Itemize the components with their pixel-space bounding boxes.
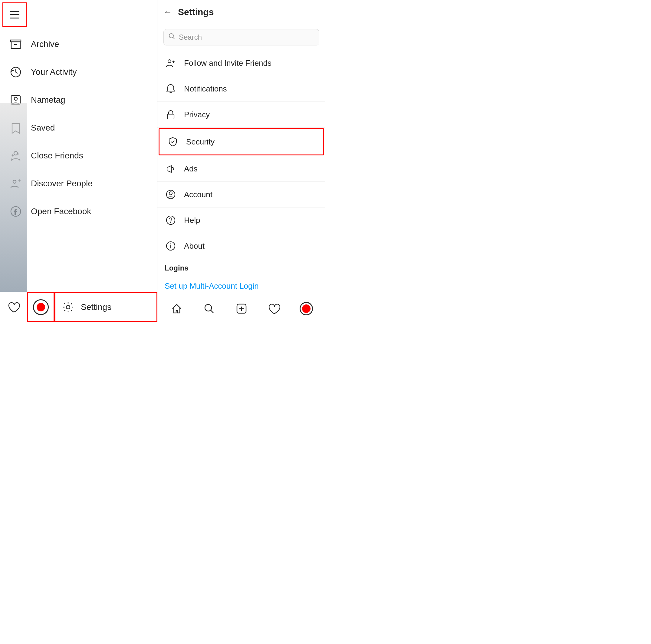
svg-point-2 [14,97,17,100]
help-icon [165,214,177,226]
record-inner [37,303,45,312]
menu-item-saved-label: Saved [31,123,55,133]
settings-item-about-label: About [184,241,205,251]
menu-item-nametag-label: Nametag [31,95,65,105]
record-button[interactable] [27,292,55,322]
menu-item-archive[interactable]: Archive [3,30,154,58]
settings-item-follow-invite[interactable]: Follow and Invite Friends [157,50,326,76]
account-icon [165,188,177,201]
background-image [0,103,27,292]
nav-activity-button[interactable] [263,298,284,319]
svg-point-15 [169,192,172,195]
svg-rect-13 [167,114,174,119]
hamburger-icon [10,11,19,19]
activity-icon [9,65,22,79]
settings-item-security-label: Security [186,137,215,147]
bottom-nav-right [157,295,326,322]
settings-item-notifications-label: Notifications [184,84,227,94]
svg-point-10 [66,305,70,309]
settings-item-privacy[interactable]: Privacy [157,102,326,127]
svg-point-11 [169,34,174,38]
hamburger-button[interactable] [2,2,27,27]
search-icon [168,33,175,41]
settings-bottom-button[interactable]: Settings [55,292,157,322]
bottom-bar-left: Settings [0,292,157,322]
menu-item-archive-label: Archive [31,39,59,49]
svg-point-17 [170,222,171,223]
archive-icon [9,37,22,51]
menu-item-facebook-label: Open Facebook [31,207,91,216]
shield-icon [167,136,179,148]
record-circle [33,299,49,315]
bell-icon [165,83,177,95]
nav-add-button[interactable] [231,298,252,319]
search-placeholder: Search [179,33,202,41]
settings-item-account[interactable]: Account [157,182,326,207]
settings-item-multi-account-label: Set up Multi-Account Login [165,282,259,291]
settings-scroll[interactable]: Follow and Invite Friends Notifications … [157,50,326,295]
about-icon [165,240,177,252]
nav-profile-record-button[interactable] [296,298,317,319]
settings-bottom-label: Settings [81,302,112,312]
logins-section-header: Logins [157,259,326,275]
left-panel: Archive Your Activity Name [0,0,157,322]
svg-point-21 [205,304,212,311]
nav-record-circle [300,302,313,315]
settings-title: Settings [178,7,214,17]
menu-item-close-friends-label: Close Friends [31,151,83,160]
settings-item-about[interactable]: About [157,233,326,259]
settings-item-security[interactable]: Security [159,128,324,155]
settings-item-notifications[interactable]: Notifications [157,76,326,102]
settings-item-account-label: Account [184,190,213,199]
settings-item-follow-label: Follow and Invite Friends [184,58,272,68]
heart-button[interactable] [0,292,27,322]
settings-item-help-label: Help [184,216,200,225]
gear-icon [61,300,75,314]
ads-icon [165,163,177,175]
settings-item-multi-account[interactable]: Set up Multi-Account Login [157,275,326,295]
settings-item-help[interactable]: Help [157,207,326,233]
lock-icon [165,109,177,121]
nav-home-button[interactable] [166,298,187,319]
settings-item-ads[interactable]: Ads [157,156,326,182]
follow-icon [165,57,177,69]
back-button[interactable]: ← [163,7,172,17]
right-panel: ← Settings Search Follow and Invite Frie… [157,0,326,322]
nav-search-button[interactable] [198,298,220,319]
svg-point-12 [168,60,171,63]
svg-point-20 [170,243,171,244]
menu-item-your-activity[interactable]: Your Activity [3,58,154,86]
settings-item-privacy-label: Privacy [184,110,210,119]
search-box[interactable]: Search [163,29,319,46]
menu-item-discover-label: Discover People [31,179,93,188]
settings-item-ads-label: Ads [184,164,198,174]
nav-record-inner [302,304,311,313]
menu-item-activity-label: Your Activity [31,67,76,77]
settings-header: ← Settings [157,0,326,24]
